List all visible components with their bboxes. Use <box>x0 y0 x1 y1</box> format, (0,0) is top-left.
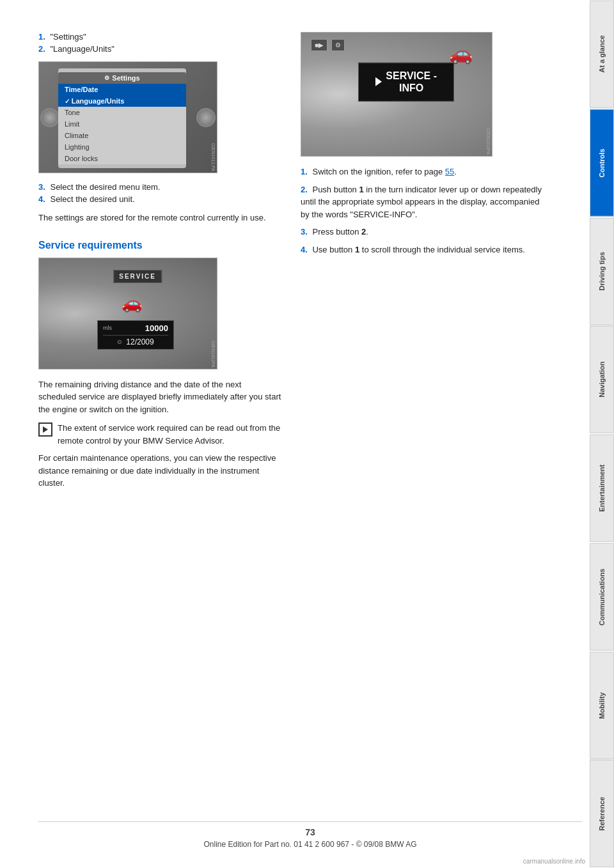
settings-item-climate: Climate <box>58 130 186 141</box>
icon-box-2: ⚙ <box>331 39 345 51</box>
sidebar-tab-reference[interactable]: Reference <box>590 760 614 867</box>
service-info-display: SERVICE - INFO <box>358 63 454 101</box>
footer: 73 Online Edition for Part no. 01 41 2 6… <box>38 821 582 849</box>
settings-item-time-date: Time/Date <box>58 84 186 95</box>
settings-item-tone: Tone <box>58 107 186 118</box>
main-content: 1. "Settings" 2. "Language/Units" ⚙ Sett… <box>0 0 588 534</box>
note-box: The extent of service work required can … <box>38 422 281 447</box>
top-icons: ■▶ ⚙ <box>311 39 345 51</box>
step-4: 4. Select the desired unit. <box>38 194 281 204</box>
page-link-55[interactable]: 55 <box>445 167 454 176</box>
car-silhouette-icon: 🚗 <box>449 42 473 65</box>
service-info-line1: SERVICE - <box>386 70 437 81</box>
step-2: 2. "Language/Units" <box>38 44 281 54</box>
steps-list-left-mid: 3. Select the desired menu item. 4. Sele… <box>38 182 281 204</box>
service-info-arrow-icon <box>375 77 382 86</box>
sidebar-tab-mobility[interactable]: Mobility <box>590 652 614 759</box>
dial-right <box>196 108 216 127</box>
service-info-screenshot: ■▶ ⚙ 🚗 SERVICE - INFO 02 <box>301 32 492 157</box>
sidebar-tab-navigation[interactable]: Navigation <box>590 326 614 433</box>
note-text: The extent of service work required can … <box>58 422 281 447</box>
settings-item-limit: Limit <box>58 118 186 130</box>
service-car-icon: 🚗 <box>122 293 142 313</box>
page-number: 73 <box>38 827 582 837</box>
image-id-service-info: 02EN1010PA <box>486 128 491 155</box>
sidebar-tab-at-a-glance[interactable]: At a glance <box>590 1 614 108</box>
right-step-2: 2. Push button 1 in the turn indicator l… <box>301 183 544 221</box>
sidebar: At a glance Controls Driving tips Naviga… <box>590 0 614 868</box>
settings-item-lighting: Lighting <box>58 141 186 153</box>
settings-item-door-locks: Door locks <box>58 153 186 164</box>
para-maintenance: For certain maintenance operations, you … <box>38 452 281 490</box>
two-column-layout: 1. "Settings" 2. "Language/Units" ⚙ Sett… <box>38 32 563 496</box>
sidebar-tab-controls[interactable]: Controls <box>590 109 614 217</box>
right-step-4: 4. Use button 1 to scroll through the in… <box>301 244 544 256</box>
para-settings-stored: The settings are stored for the remote c… <box>38 212 281 224</box>
service-label: SERVICE <box>113 270 162 283</box>
settings-title: ⚙ Settings <box>58 72 186 84</box>
footer-text: Online Edition for Part no. 01 41 2 600 … <box>38 840 582 849</box>
settings-item-language-units: Language/Units <box>58 95 186 107</box>
section-heading-service: Service requirements <box>38 240 281 251</box>
note-icon <box>38 422 52 437</box>
settings-menu: ⚙ Settings Time/Date Language/Units Tone… <box>58 68 186 168</box>
dial-left <box>40 108 59 127</box>
right-step-3: 3. Press button 2. <box>301 226 544 238</box>
sidebar-tab-entertainment[interactable]: Entertainment <box>590 435 614 542</box>
note-arrow-icon <box>43 426 48 433</box>
steps-list-right: 1. Switch on the ignition, refer to page… <box>301 166 544 256</box>
image-id-service: 02EN1012PA <box>211 341 216 368</box>
watermark: carmanualsonline.info <box>523 858 585 865</box>
step-1: 1. "Settings" <box>38 32 281 42</box>
para-service-info: The remaining driving distance and the d… <box>38 378 281 416</box>
left-column: 1. "Settings" 2. "Language/Units" ⚙ Sett… <box>38 32 281 496</box>
settings-screenshot: ⚙ Settings Time/Date Language/Units Tone… <box>38 61 217 173</box>
steps-list-left-top: 1. "Settings" 2. "Language/Units" <box>38 32 281 54</box>
icon-box-1: ■▶ <box>311 39 327 51</box>
right-step-1: 1. Switch on the ignition, refer to page… <box>301 166 544 178</box>
service-info-line2: INFO <box>399 82 423 93</box>
image-id-settings: 02EN1011.PA <box>211 143 216 171</box>
service-screenshot: SERVICE 🚗 mls 10000 ⊙ 12/2009 02EN1012PA <box>38 258 217 369</box>
step-3: 3. Select the desired menu item. <box>38 182 281 192</box>
service-data-box: mls 10000 ⊙ 12/2009 <box>97 320 174 350</box>
sidebar-tab-communications[interactable]: Communications <box>590 543 614 651</box>
sidebar-tab-driving-tips[interactable]: Driving tips <box>590 218 614 325</box>
right-column: ■▶ ⚙ 🚗 SERVICE - INFO 02 <box>301 32 544 496</box>
